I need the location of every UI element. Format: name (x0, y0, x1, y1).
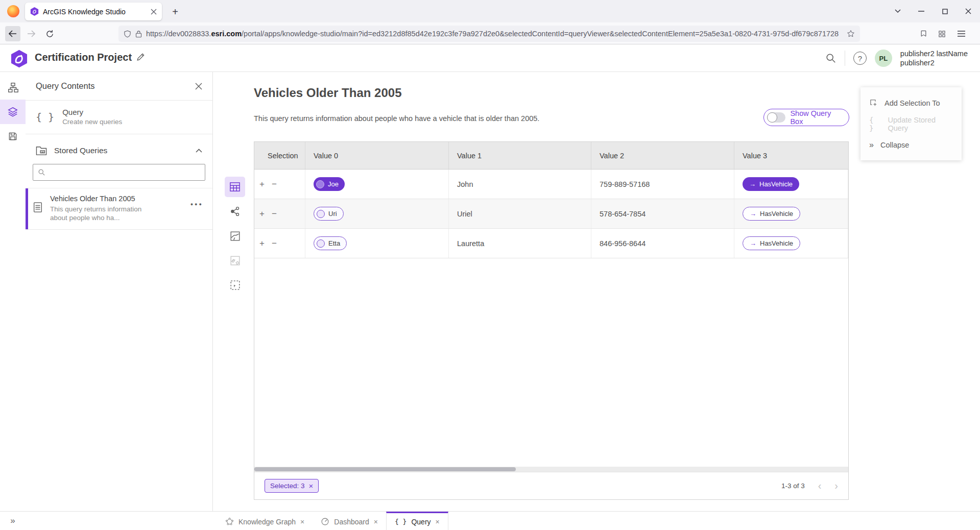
selected-count-chip[interactable]: Selected: 3 × (265, 479, 319, 493)
relationship-pill[interactable]: → HasVehicle (743, 177, 799, 191)
entity-pill[interactable]: Joe (314, 177, 345, 191)
remove-selection-minus-button[interactable]: − (272, 179, 277, 189)
item-options-icon[interactable]: ●●● (190, 202, 203, 207)
result-description: This query returns information about peo… (254, 114, 539, 123)
entity-label: Etta (328, 239, 340, 247)
entity-pill[interactable]: Uri (314, 207, 344, 221)
url-bar[interactable]: https://dev0028833.esri.com/portal/apps/… (118, 26, 860, 42)
menu-button[interactable] (953, 26, 969, 41)
column-header-value0[interactable]: Value 0 (305, 142, 449, 169)
list-tabs-button[interactable] (886, 0, 910, 22)
close-window-button[interactable] (957, 0, 980, 22)
tracking-shield-icon[interactable] (124, 30, 131, 38)
next-page-icon[interactable]: › (834, 480, 838, 492)
selection-tool-button[interactable] (225, 275, 245, 295)
remove-selection-minus-button[interactable]: − (272, 238, 277, 249)
selected-count-label: Selected: 3 (270, 482, 305, 490)
show-query-box-toggle[interactable]: Show Query Box (763, 109, 849, 126)
tab-close-icon[interactable]: × (436, 518, 440, 526)
tab-close-icon[interactable]: × (374, 518, 378, 526)
forward-button[interactable] (23, 26, 39, 41)
link-chart-button[interactable] (225, 201, 245, 222)
tab-query[interactable]: { } Query × (386, 512, 448, 530)
add-selection-plus-button[interactable]: + (259, 179, 265, 189)
cell-value2[interactable]: 846-956-8644 (591, 229, 734, 258)
menu-item-update-stored-query[interactable]: { } Update Stored Query (861, 113, 962, 134)
add-selection-plus-button[interactable]: + (259, 209, 265, 219)
stored-queries-searchbox[interactable] (33, 164, 205, 181)
query-create-item[interactable]: { } Query Create new queries (26, 101, 212, 134)
chip-close-icon[interactable]: × (309, 481, 314, 490)
cell-value2[interactable]: 578-654-7854 (591, 199, 734, 228)
reload-button[interactable] (42, 26, 57, 41)
expand-panel-icon[interactable]: » (0, 512, 26, 530)
firefox-logo-icon[interactable] (7, 5, 19, 17)
arrow-right-icon: → (749, 180, 756, 188)
selection-rectangle-icon (230, 280, 241, 291)
column-header-selection[interactable]: Selection (254, 142, 305, 169)
previous-page-icon[interactable]: ‹ (818, 480, 822, 492)
maximize-button[interactable] (933, 0, 957, 22)
tab-label: Knowledge Graph (238, 518, 296, 526)
tab-dashboard[interactable]: Dashboard × (313, 512, 386, 530)
braces-icon: { } (395, 518, 407, 525)
stored-queries-search-input[interactable] (50, 168, 200, 177)
back-button[interactable] (5, 26, 20, 41)
pocket-icon[interactable] (916, 26, 931, 41)
cell-value1[interactable]: Uriel (449, 199, 591, 228)
chevron-up-icon[interactable] (196, 149, 202, 153)
horizontal-scrollbar[interactable] (254, 467, 848, 472)
help-icon[interactable]: ? (853, 52, 867, 65)
stored-queries-header[interactable]: Stored Queries (26, 134, 212, 162)
user-avatar[interactable]: PL (875, 50, 892, 67)
user-name-block[interactable]: publisher2 lastName publisher2 (900, 49, 968, 67)
rail-item-contents[interactable] (0, 100, 26, 124)
stored-query-item[interactable]: Vehicles Older Than 2005 This query retu… (26, 188, 212, 230)
cell-value1[interactable]: Lauretta (449, 229, 591, 258)
tab-close-icon[interactable]: × (300, 518, 304, 526)
extensions-icon[interactable] (934, 26, 949, 41)
column-header-value1[interactable]: Value 1 (449, 142, 591, 169)
lock-icon[interactable] (135, 30, 142, 38)
scrollbar-thumb[interactable] (254, 467, 516, 471)
folder-icon (36, 146, 47, 156)
entity-label: Uri (328, 210, 337, 218)
add-selection-plus-button[interactable]: + (259, 238, 265, 249)
result-title: Vehicles Older Than 2005 (254, 86, 401, 100)
bookmark-star-icon[interactable] (847, 30, 855, 38)
new-tab-button[interactable]: + (169, 5, 182, 18)
cell-value1[interactable]: John (449, 170, 591, 199)
add-to-map-button[interactable] (225, 250, 245, 271)
column-header-value3[interactable]: Value 3 (734, 142, 848, 169)
cell-value2[interactable]: 759-889-57168 (591, 170, 734, 199)
map-view-button[interactable] (225, 226, 245, 246)
tab-label: Dashboard (334, 518, 369, 526)
left-rail (0, 72, 26, 511)
tab-label: Query (411, 518, 431, 526)
app-header: Certification Project ? PL publisher2 la… (0, 44, 980, 72)
menu-item-collapse[interactable]: » Collapse (861, 134, 962, 155)
menu-item-add-selection-to[interactable]: Add Selection To (861, 92, 962, 113)
remove-selection-minus-button[interactable]: − (272, 209, 277, 219)
edit-title-pencil-icon[interactable] (136, 52, 146, 62)
toggle-switch[interactable] (767, 112, 785, 123)
minimize-button[interactable] (910, 0, 933, 22)
hierarchy-icon (8, 82, 18, 93)
add-selection-icon (869, 99, 878, 107)
header-search-icon[interactable] (825, 53, 836, 64)
relationship-pill[interactable]: → HasVehicle (743, 236, 800, 250)
tab-knowledge-graph[interactable]: Knowledge Graph × (217, 512, 313, 530)
column-header-value2[interactable]: Value 2 (591, 142, 734, 169)
table-view-button[interactable] (225, 177, 245, 197)
browser-tab[interactable]: ArcGIS Knowledge Studio (25, 3, 162, 20)
rail-item-data-model[interactable] (0, 75, 26, 100)
browser-tab-strip: ArcGIS Knowledge Studio + (0, 0, 980, 22)
gauge-icon (321, 517, 329, 526)
relationship-label: HasVehicle (760, 210, 793, 218)
entity-pill[interactable]: Etta (314, 236, 347, 250)
relationship-pill[interactable]: → HasVehicle (743, 207, 800, 221)
arrow-right-icon: → (750, 210, 756, 218)
panel-close-icon[interactable] (195, 83, 202, 90)
rail-item-saved[interactable] (0, 124, 26, 149)
tab-close-icon[interactable] (151, 9, 157, 15)
